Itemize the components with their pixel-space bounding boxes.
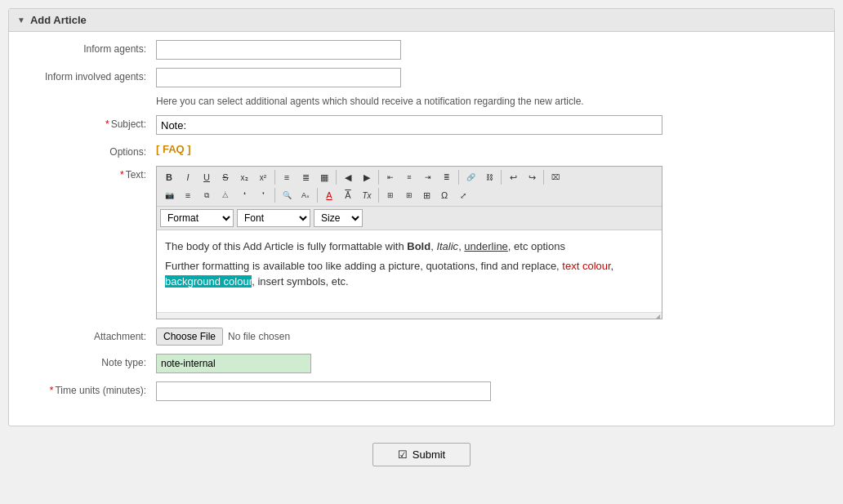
sep4 bbox=[458, 170, 459, 185]
copy-table-button[interactable]: ⧉ bbox=[198, 187, 216, 203]
helper-row: Here you can select additional agents wh… bbox=[25, 96, 818, 107]
text-format-button[interactable]: Tx bbox=[358, 187, 376, 203]
no-file-text: No file chosen bbox=[228, 331, 290, 342]
note-type-row: Note type: bbox=[25, 354, 818, 373]
section-title: Add Article bbox=[30, 14, 87, 26]
editor-rest2: , insert symbols, etc. bbox=[252, 275, 348, 288]
rte-editor-body[interactable]: The body of this Add Article is fully fo… bbox=[157, 230, 662, 312]
time-units-label: *Time units (minutes): bbox=[25, 381, 156, 396]
text-required: * bbox=[120, 169, 124, 181]
sep1 bbox=[274, 170, 275, 185]
emoticons-button[interactable]: ⊞ bbox=[381, 187, 399, 203]
text-content: B I U S x₂ x² ≡ ≣ ▦ ◀ bbox=[156, 166, 818, 319]
attachment-row: Attachment: Choose File No file chosen bbox=[25, 328, 818, 346]
size-dropdown[interactable]: Size 8 10 12 14 16 bbox=[314, 209, 363, 227]
choose-file-button[interactable]: Choose File bbox=[156, 328, 223, 346]
subscript-button[interactable]: x₂ bbox=[235, 169, 253, 185]
section-header: ▼ Add Article bbox=[9, 9, 834, 32]
faq-link[interactable]: [ FAQ ] bbox=[156, 143, 191, 155]
options-row: Options: [ FAQ ] bbox=[25, 143, 818, 158]
collapse-triangle[interactable]: ▼ bbox=[17, 16, 25, 25]
text-label: *Text: bbox=[25, 166, 156, 181]
submit-checkbox-icon: ☑ bbox=[398, 448, 408, 461]
attachment-content: Choose File No file chosen bbox=[156, 328, 818, 346]
unordered-list-button[interactable]: ≣ bbox=[297, 169, 314, 185]
helper-text: Here you can select additional agents wh… bbox=[156, 96, 818, 107]
symbol-button[interactable]: Ω bbox=[435, 187, 453, 203]
bold-button[interactable]: B bbox=[160, 169, 178, 185]
editor-teal-text: background colour bbox=[165, 275, 252, 288]
indent-button[interactable]: ▶ bbox=[358, 169, 376, 185]
superscript-button[interactable]: x² bbox=[254, 169, 272, 185]
outdent-button[interactable]: ◀ bbox=[339, 169, 357, 185]
font-dropdown[interactable]: Font Arial Times New Roman Courier bbox=[237, 209, 310, 227]
paste-table-button[interactable]: ⧊ bbox=[216, 187, 234, 203]
undo-button[interactable]: ↩ bbox=[504, 169, 522, 185]
sep3 bbox=[378, 170, 379, 185]
align-justify-button[interactable]: ≣ bbox=[438, 169, 456, 185]
blockquote2-button[interactable]: ❜ bbox=[254, 187, 272, 203]
inform-involved-content bbox=[156, 68, 818, 87]
editor-bold: Bold bbox=[407, 240, 430, 252]
submit-section: ☑ Submit bbox=[8, 443, 835, 466]
time-units-content bbox=[156, 381, 818, 401]
sep2 bbox=[336, 170, 337, 185]
format2-button[interactable]: Aₓ bbox=[297, 187, 314, 203]
subject-input[interactable] bbox=[156, 115, 662, 135]
align-left-button[interactable]: ⇤ bbox=[381, 169, 399, 185]
underline-button[interactable]: U bbox=[198, 169, 216, 185]
rte-resize-handle[interactable]: ◢ bbox=[157, 312, 662, 319]
editor-sep3: , bbox=[611, 260, 614, 272]
align-center-button[interactable]: ≡ bbox=[400, 169, 418, 185]
editor-underline: underline bbox=[464, 240, 508, 252]
note-type-content bbox=[156, 354, 818, 373]
subject-content bbox=[156, 115, 818, 135]
editor-line-1: The body of this Add Article is fully fo… bbox=[165, 239, 653, 255]
sep7 bbox=[274, 188, 275, 203]
editor-red-text: text colour bbox=[562, 260, 610, 272]
source-button[interactable]: ⊞ bbox=[419, 187, 435, 203]
note-type-input[interactable] bbox=[156, 354, 311, 373]
bg-color-button[interactable]: Ā bbox=[339, 187, 357, 203]
rte-container: B I U S x₂ x² ≡ ≣ ▦ ◀ bbox=[156, 166, 662, 319]
inform-agents-label: Inform agents: bbox=[25, 40, 156, 55]
options-label: Options: bbox=[25, 143, 156, 158]
table-button[interactable]: ▦ bbox=[315, 169, 333, 185]
rte-toolbar-row-2: 📷 ≡ ⧉ ⧊ ❛ ❜ 🔍 Aₓ A Ā bbox=[160, 187, 658, 203]
blockquote-button[interactable]: ❛ bbox=[235, 187, 253, 203]
link-button[interactable]: 🔗 bbox=[462, 169, 479, 185]
redo-button[interactable]: ↪ bbox=[523, 169, 541, 185]
editor-italic: Italic bbox=[436, 240, 458, 252]
subject-required: * bbox=[105, 118, 109, 130]
time-units-input[interactable] bbox=[156, 381, 491, 401]
inform-involved-label: Inform involved agents: bbox=[25, 68, 156, 83]
add-article-panel: ▼ Add Article Inform agents: Inform invo… bbox=[8, 8, 835, 426]
helper-label-spacer bbox=[25, 96, 156, 99]
options-content: [ FAQ ] bbox=[156, 143, 818, 155]
rte-toolbar-row-1: B I U S x₂ x² ≡ ≣ ▦ ◀ bbox=[160, 169, 658, 185]
note-type-label: Note type: bbox=[25, 354, 156, 368]
align-right-button[interactable]: ⇥ bbox=[419, 169, 437, 185]
editor-line-2: Further formatting is available too like… bbox=[165, 258, 653, 290]
format-dropdown[interactable]: Format Normal Heading 1 Heading 2 bbox=[160, 209, 234, 227]
inform-involved-row: Inform involved agents: bbox=[25, 68, 818, 87]
fullscreen-button[interactable]: ⤢ bbox=[454, 187, 472, 203]
align-tb-button[interactable]: ≡ bbox=[179, 187, 197, 203]
special-char-button[interactable]: ⊞ bbox=[400, 187, 418, 203]
sep5 bbox=[501, 170, 502, 185]
sep8 bbox=[317, 188, 318, 203]
sep9 bbox=[378, 188, 379, 203]
inform-involved-input[interactable] bbox=[156, 68, 401, 87]
form-body: Inform agents: Inform involved agents: H… bbox=[9, 32, 834, 426]
unlink-button[interactable]: ⛓ bbox=[480, 169, 498, 185]
sep6 bbox=[543, 170, 544, 185]
strikethrough-button[interactable]: S bbox=[216, 169, 234, 185]
font-color-button[interactable]: A bbox=[320, 187, 338, 203]
remove-format-button[interactable]: ⌧ bbox=[546, 169, 564, 185]
italic-button[interactable]: I bbox=[179, 169, 197, 185]
image-button[interactable]: 📷 bbox=[160, 187, 178, 203]
inform-agents-input[interactable] bbox=[156, 40, 401, 60]
submit-button[interactable]: ☑ Submit bbox=[372, 443, 471, 466]
find-button[interactable]: 🔍 bbox=[278, 187, 296, 203]
ordered-list-button[interactable]: ≡ bbox=[278, 169, 296, 185]
